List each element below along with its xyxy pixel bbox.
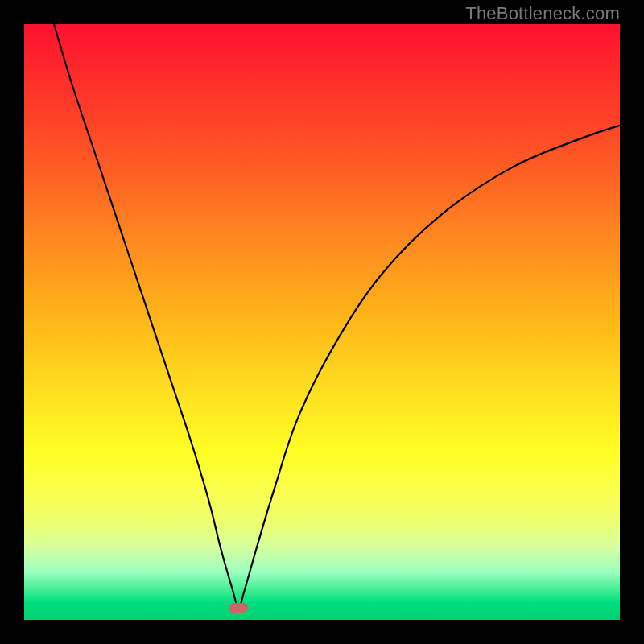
minimum-marker: [229, 603, 248, 613]
bottleneck-curve: [54, 24, 620, 608]
plot-area: [24, 24, 620, 620]
curve-svg: [24, 24, 620, 620]
chart-canvas: TheBottleneck.com: [0, 0, 644, 644]
watermark-text: TheBottleneck.com: [465, 3, 620, 24]
